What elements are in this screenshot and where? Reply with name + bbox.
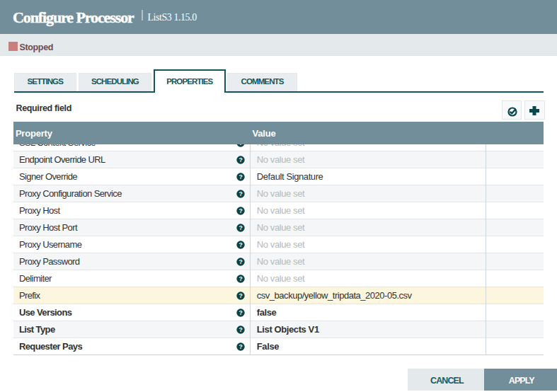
svg-text:?: ? xyxy=(239,156,242,163)
svg-text:?: ? xyxy=(239,207,242,214)
svg-text:?: ? xyxy=(239,343,242,350)
svg-text:?: ? xyxy=(239,275,242,282)
svg-text:?: ? xyxy=(239,224,242,231)
svg-text:?: ? xyxy=(239,190,242,197)
svg-text:?: ? xyxy=(239,144,242,146)
svg-text:?: ? xyxy=(239,326,242,333)
svg-text:?: ? xyxy=(239,292,242,299)
svg-text:?: ? xyxy=(239,309,242,316)
svg-text:?: ? xyxy=(239,258,242,265)
svg-text:?: ? xyxy=(239,173,242,180)
svg-text:?: ? xyxy=(239,241,242,248)
